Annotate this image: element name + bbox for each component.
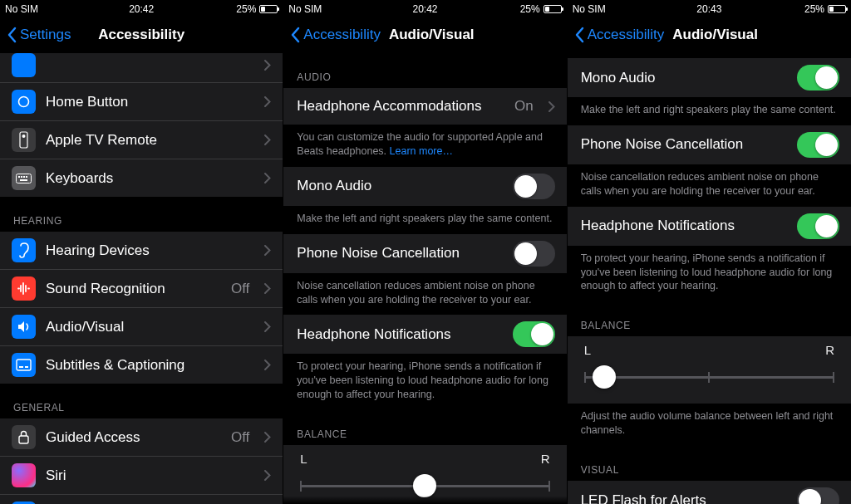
battery-icon bbox=[828, 5, 846, 13]
status-bar: No SIM 20:43 25% bbox=[568, 0, 851, 17]
row-label: Guided Access bbox=[46, 429, 221, 446]
row-label: Audio/Visual bbox=[46, 319, 249, 335]
nav-title: Audio/Visual bbox=[672, 27, 758, 43]
row-value: Off bbox=[231, 281, 249, 297]
screen-accessibility: No SIM 20:42 25% Settings Accessibility bbox=[0, 0, 283, 504]
status-carrier: No SIM bbox=[573, 3, 606, 15]
back-label: Settings bbox=[20, 27, 71, 43]
noise-cancellation-toggle[interactable] bbox=[797, 132, 839, 158]
balance-thumb[interactable] bbox=[413, 474, 436, 497]
row-label: Mono Audio bbox=[581, 70, 787, 86]
screen-audio-visual-1: No SIM 20:42 25% Accessibility Audio/Vis… bbox=[283, 0, 567, 504]
status-bar: No SIM 20:42 25% bbox=[283, 0, 566, 17]
learn-more-link[interactable]: Learn more… bbox=[390, 145, 453, 157]
chevron-right-icon bbox=[264, 96, 271, 107]
chevron-right-icon bbox=[264, 470, 271, 481]
status-battery-pct: 25% bbox=[520, 3, 540, 15]
row-label: Apple TV Remote bbox=[46, 132, 249, 149]
battery-icon bbox=[259, 5, 278, 13]
headphone-notifications-toggle[interactable] bbox=[797, 213, 839, 239]
nav-bar: Accessibility Audio/Visual bbox=[568, 17, 851, 53]
balance-slider[interactable] bbox=[300, 474, 549, 497]
row-value: Off bbox=[231, 429, 249, 446]
row-headphone-notifications: Headphone Notifications bbox=[568, 207, 851, 246]
mono-audio-toggle[interactable] bbox=[797, 65, 839, 91]
footer-hpnotif: To protect your hearing, iPhone sends a … bbox=[283, 354, 566, 410]
balance-thumb[interactable] bbox=[593, 365, 616, 389]
chevron-right-icon bbox=[264, 283, 271, 294]
footer-mono: Make the left and right speakers play th… bbox=[283, 206, 566, 234]
footer-mono: Make the left and right speakers play th… bbox=[568, 97, 851, 125]
balance-label-r: R bbox=[541, 452, 550, 466]
screen-audio-visual-2: No SIM 20:43 25% Accessibility Audio/Vis… bbox=[568, 0, 851, 504]
status-battery-pct: 25% bbox=[236, 3, 256, 15]
svg-point-0 bbox=[19, 97, 29, 107]
back-label: Accessibility bbox=[303, 27, 381, 43]
list-row[interactable] bbox=[0, 53, 283, 83]
row-subtitles-captioning[interactable]: Subtitles & Captioning bbox=[0, 346, 283, 384]
svg-rect-4 bbox=[18, 176, 20, 178]
row-headphone-accommodations[interactable]: Headphone Accommodations On bbox=[283, 88, 566, 125]
footer-hpnotif: To protect your hearing, iPhone sends a … bbox=[568, 246, 851, 302]
ear-icon bbox=[12, 238, 36, 262]
back-button[interactable]: Accessibility bbox=[290, 27, 381, 43]
row-audio-visual[interactable]: Audio/Visual bbox=[0, 308, 283, 346]
row-mono-audio: Mono Audio bbox=[283, 167, 566, 206]
balance-slider-container: L R bbox=[283, 445, 566, 504]
row-guided-access[interactable]: Guided Access Off bbox=[0, 418, 283, 457]
row-label: Headphone Notifications bbox=[297, 326, 502, 343]
status-carrier: No SIM bbox=[288, 3, 322, 15]
section-header-visual: VISUAL bbox=[568, 446, 851, 481]
row-phone-noise-cancellation: Phone Noise Cancellation bbox=[283, 234, 566, 273]
section-header-balance: BALANCE bbox=[283, 410, 566, 445]
row-home-button[interactable]: Home Button bbox=[0, 83, 283, 121]
chevron-right-icon bbox=[548, 101, 555, 112]
back-button[interactable]: Accessibility bbox=[574, 27, 665, 43]
row-label: Subtitles & Captioning bbox=[46, 357, 249, 374]
balance-slider-container: L R bbox=[568, 336, 851, 404]
nav-bar: Accessibility Audio/Visual bbox=[283, 17, 566, 53]
row-mono-audio: Mono Audio bbox=[568, 58, 851, 97]
chevron-left-icon bbox=[574, 27, 584, 43]
section-header-balance: BALANCE bbox=[568, 301, 851, 336]
keyboard-icon bbox=[12, 166, 36, 190]
headphone-notifications-toggle[interactable] bbox=[513, 321, 555, 347]
chevron-left-icon bbox=[290, 27, 300, 43]
subtitles-icon bbox=[12, 353, 36, 377]
row-label: Headphone Accommodations bbox=[297, 98, 504, 115]
chevron-right-icon bbox=[264, 135, 271, 145]
row-accessibility-shortcut[interactable]: Accessibility Shortcut Off bbox=[0, 495, 283, 504]
svg-rect-6 bbox=[23, 176, 25, 178]
led-flash-toggle[interactable] bbox=[797, 487, 839, 504]
row-keyboards[interactable]: Keyboards bbox=[0, 159, 283, 197]
footer-balance: Adjust the audio volume balance between … bbox=[568, 404, 851, 446]
row-siri[interactable]: Siri bbox=[0, 457, 283, 495]
back-button[interactable]: Settings bbox=[7, 27, 71, 43]
chevron-right-icon bbox=[264, 360, 271, 370]
svg-rect-12 bbox=[19, 436, 28, 443]
back-label: Accessibility bbox=[588, 27, 665, 43]
row-label: LED Flash for Alerts bbox=[581, 492, 787, 505]
footer-noise: Noise cancellation reduces ambient noise… bbox=[568, 164, 851, 207]
row-label: Phone Noise Cancellation bbox=[581, 136, 787, 153]
row-hearing-devices[interactable]: Hearing Devices bbox=[0, 232, 283, 270]
section-header-general: GENERAL bbox=[0, 384, 283, 418]
chevron-right-icon bbox=[264, 245, 271, 256]
footer-noise: Noise cancellation reduces ambient noise… bbox=[283, 273, 566, 316]
svg-point-2 bbox=[22, 135, 26, 138]
status-battery-pct: 25% bbox=[804, 3, 824, 15]
chevron-right-icon bbox=[264, 173, 271, 183]
row-sound-recognition[interactable]: Sound Recognition Off bbox=[0, 270, 283, 308]
svg-rect-10 bbox=[19, 366, 23, 368]
row-led-flash: LED Flash for Alerts bbox=[568, 481, 851, 504]
section-header-audio: AUDIO bbox=[283, 53, 566, 88]
noise-cancellation-toggle[interactable] bbox=[513, 241, 555, 267]
row-apple-tv-remote[interactable]: Apple TV Remote bbox=[0, 121, 283, 159]
svg-rect-3 bbox=[17, 174, 32, 183]
svg-rect-11 bbox=[25, 366, 28, 368]
balance-label-r: R bbox=[825, 343, 834, 357]
chevron-right-icon bbox=[264, 432, 271, 443]
mono-audio-toggle[interactable] bbox=[513, 174, 555, 199]
balance-slider[interactable] bbox=[584, 365, 834, 389]
row-label: Phone Noise Cancellation bbox=[297, 245, 502, 262]
